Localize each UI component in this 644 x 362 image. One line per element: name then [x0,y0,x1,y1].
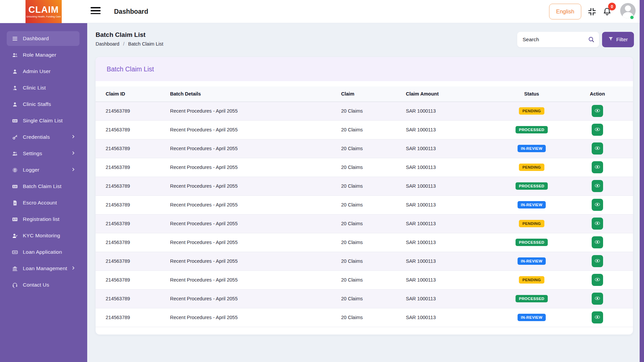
status-badge: IN-REVIEW [518,257,546,265]
view-button[interactable] [592,311,603,323]
eye-icon [594,276,601,284]
view-button[interactable] [592,142,603,155]
chevron-right-icon [71,265,75,272]
view-button[interactable] [592,124,603,136]
cell-batch-details: Recent Procedures - April 2055 [170,233,341,252]
language-button[interactable]: English [549,4,581,19]
eye-icon [594,295,601,303]
sidebar-item-single-claim-list[interactable]: $ Single Claim List [7,113,79,128]
view-button[interactable] [592,180,603,192]
page-scrollbar[interactable] [640,0,644,362]
cell-claim: 20 Claims [341,289,406,308]
status-badge: PROCESSED [516,182,548,190]
cell-claim: 20 Claims [341,177,406,195]
chevron-right-icon [71,134,75,140]
brand-logo[interactable]: CLAIM Unlocking Health, Funding Care [25,0,62,23]
search-input[interactable] [517,32,599,47]
avatar[interactable] [620,3,636,18]
sidebar-item-label: Registration list [23,216,59,222]
cell-claim: 20 Claims [341,158,406,177]
cell-claim-amount: SAR 1000113 [406,120,501,139]
sidebar-item-clinic-staffs[interactable]: Clinic Staffs [7,97,79,112]
sidebar-item-loan-application[interactable]: Loan Application [7,245,79,259]
cell-claim-amount: SAR 1000113 [406,139,501,158]
breadcrumb-current: Batch Claim List [128,41,163,47]
sidebar-item-escro-account[interactable]: Escro Account [7,195,79,210]
eye-icon [594,257,601,265]
topbar-title: Dashboard [114,0,148,23]
breadcrumb-dashboard[interactable]: Dashboard [96,41,119,47]
view-button[interactable] [592,293,603,305]
col-batch-details: Batch Details [170,86,341,102]
table-row: 214563789 Recent Procedures - April 2055… [96,139,633,158]
cell-batch-details: Recent Procedures - April 2055 [170,102,341,120]
view-button[interactable] [592,161,603,173]
sidebar-item-label: Dashboard [23,36,49,42]
sidebar-item-label: Loan Management [23,265,67,272]
cell-batch-details: Recent Procedures - April 2055 [170,289,341,308]
status-badge: PROCESSED [516,295,548,302]
money-check-icon: $ [11,117,18,124]
col-action: Action [562,86,633,102]
table-row: 214563789 Recent Procedures - April 2055… [96,158,633,177]
view-button[interactable] [592,274,603,286]
sidebar-item-credentials[interactable]: Credentials [7,130,79,144]
sidebar-item-label: Batch Claim List [23,183,61,189]
sidebar-item-logger[interactable]: Logger [7,163,79,177]
cell-claim-amount: SAR 1000113 [406,308,501,327]
view-button[interactable] [592,236,603,248]
user-doctor-icon [11,84,18,91]
view-button[interactable] [592,105,603,117]
sidebar-item-loan-management[interactable]: Loan Management [7,261,79,276]
menu-toggle-icon[interactable] [91,7,101,16]
sidebar-item-label: Clinic List [23,85,46,91]
cell-batch-details: Recent Procedures - April 2055 [170,252,341,270]
search-box [517,32,599,47]
table-row: 214563789 Recent Procedures - April 2055… [96,214,633,233]
col-status: Status [501,86,562,102]
sidebar-item-dashboard[interactable]: Dashboard [7,31,79,46]
col-claim-amount: Claim Amount [406,86,501,102]
users-gear-icon [11,150,18,157]
cell-claim-amount: SAR 1000113 [406,102,501,120]
sidebar-item-label: Logger [23,167,39,173]
sidebar-item-role-manager[interactable]: Role Manager [7,48,79,62]
funnel-icon [608,36,613,43]
cell-claim-id: 214563789 [96,252,170,270]
sidebar-item-admin-user[interactable]: Admin User [7,64,79,79]
view-button[interactable] [592,255,603,267]
sidebar: Dashboard Role Manager Admin User Clinic… [0,23,87,362]
sidebar-item-kyc-monitoring[interactable]: KYC Monitoring [7,228,79,243]
filter-button[interactable]: Filter [602,32,634,47]
sidebar-item-batch-claim-list[interactable]: $ Batch Claim List [7,179,79,194]
page-title: Batch Claim List [96,31,146,39]
sidebar-item-settings[interactable]: Settings [7,146,79,161]
filter-button-label: Filter [616,37,628,43]
sidebar-item-contact-us[interactable]: Contact Us [7,278,79,292]
status-badge: IN-REVIEW [518,201,546,208]
status-badge: PENDING [519,276,544,284]
compress-icon[interactable] [588,7,596,16]
col-claim: Claim [341,86,406,102]
view-button[interactable] [592,218,603,230]
sidebar-item-label: Role Manager [23,52,56,58]
sidebar-item-registration-list[interactable]: Registration list [7,212,79,227]
headset-icon [11,282,18,288]
notification-badge: 0 [608,3,616,10]
sidebar-item-label: KYC Monitoring [23,233,60,239]
card-header: Batch Claim List [96,57,633,81]
sidebar-item-clinic-list[interactable]: Clinic List [7,80,79,95]
cell-batch-details: Recent Procedures - April 2055 [170,270,341,289]
brand-tagline: Unlocking Health, Funding Care [26,15,61,18]
sidebar-item-label: Escro Account [23,200,57,206]
view-button[interactable] [592,199,603,211]
table-row: 214563789 Recent Procedures - April 2055… [96,289,633,308]
bank-icon [11,265,18,272]
cell-claim-id: 214563789 [96,158,170,177]
cell-batch-details: Recent Procedures - April 2055 [170,158,341,177]
eye-icon [594,164,601,171]
cell-claim-id: 214563789 [96,289,170,308]
key-icon [11,134,18,140]
eye-icon [594,314,601,321]
cell-claim-id: 214563789 [96,233,170,252]
